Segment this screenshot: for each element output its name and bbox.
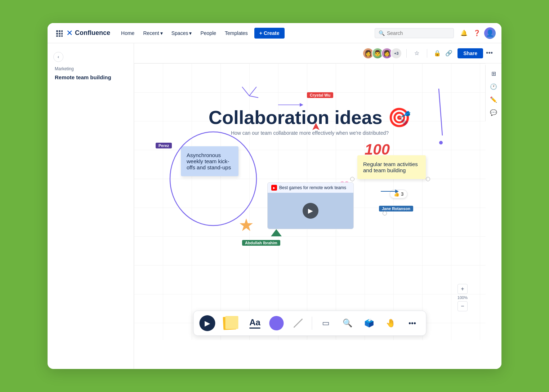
search-icon: 🔍 [379, 30, 385, 36]
page-topbar: 👩 👨 👩 +3 ☆ 🔒 🔗 Share ••• [134, 43, 501, 63]
star-shape: ★ [238, 215, 254, 235]
cursor-label-abdullah: Abdullah Ibrahim [242, 240, 280, 246]
zoom-level: 100% [458, 295, 468, 300]
more-options-button[interactable]: ••• [485, 49, 494, 57]
reaction-bubble[interactable]: 👍 3 [390, 190, 407, 199]
svg-rect-0 [56, 30, 58, 32]
table-icon[interactable]: ⊞ [488, 68, 499, 79]
cursor-label-crystal: Crystal Wu [307, 92, 333, 98]
cursor-tool-button[interactable]: ▶ [198, 314, 217, 333]
svg-rect-4 [56, 35, 58, 37]
user-avatar[interactable]: 👤 [484, 27, 496, 39]
confluence-logo-icon: ✕ [66, 28, 73, 38]
lock-icon[interactable]: 🔒 [432, 48, 443, 59]
toolbar-divider [312, 317, 312, 330]
line-tool-button[interactable] [289, 314, 308, 333]
svg-rect-8 [61, 35, 63, 37]
nav-spaces[interactable]: Spaces ▾ [168, 28, 196, 38]
svg-rect-3 [59, 33, 61, 35]
collaborator-avatars: 👩 👨 👩 +3 [362, 48, 402, 59]
sidebar-page-title: Remote team building [48, 73, 134, 82]
rectangle-tool-button[interactable]: ▭ [317, 314, 335, 333]
collab-avatar-count: +3 [390, 48, 402, 59]
chevron-down-icon: ▾ [189, 30, 192, 36]
svg-rect-1 [59, 30, 61, 32]
share-button[interactable]: Share [458, 48, 483, 58]
nav-recent[interactable]: Recent ▾ [139, 28, 166, 38]
hand-tool-icon: 🤚 [386, 318, 396, 328]
bottom-toolbar: ▶ Aa [193, 311, 427, 336]
sidebar: ‹ Marketing Remote team building [48, 43, 134, 369]
svg-rect-7 [61, 33, 63, 35]
thumbs-up-icon: 👍 [394, 191, 400, 197]
svg-rect-6 [61, 30, 63, 32]
more-icon: ••• [409, 319, 416, 328]
sticky-note-async[interactable]: Asynchronous weekly team kick-offs and s… [181, 146, 238, 176]
stamp-tool-button[interactable]: 🗳️ [360, 314, 379, 333]
nav-icons: 🔔 ❓ 👤 [458, 27, 496, 39]
history-icon[interactable]: 🕐 [488, 81, 499, 92]
chevron-down-icon: ▾ [160, 30, 163, 36]
link-icon[interactable]: 🔗 [443, 48, 455, 59]
line-tool-icon [290, 315, 306, 331]
cursor-label-perez: Perez [156, 143, 172, 148]
dot-circle-3 [383, 211, 387, 215]
confluence-logo[interactable]: ✕ Confluence [66, 28, 110, 38]
create-button[interactable]: + Create [254, 28, 285, 39]
rectangle-tool-icon: ▭ [322, 318, 330, 328]
search-container: 🔍 [375, 28, 454, 38]
canvas-subtitle: How can our team collaborate more effect… [231, 130, 389, 136]
hand-tool-button[interactable]: 🤚 [381, 314, 400, 333]
zoom-controls: + 100% − [458, 284, 468, 311]
dot-circle-2 [426, 177, 430, 181]
search-input[interactable] [387, 30, 450, 36]
svg-rect-5 [59, 35, 61, 37]
play-button-icon[interactable]: ▶ [303, 203, 318, 219]
nav-people[interactable]: People [197, 28, 220, 38]
cursor-label-jane: Jane Rotanson [379, 206, 413, 211]
right-tools-panel: ⊞ 🕐 ✏️ 💬 [485, 65, 501, 121]
svg-rect-2 [56, 33, 58, 35]
lasso-tool-icon: 🔍 [343, 318, 352, 328]
main-canvas: 👩 👨 👩 +3 ☆ 🔒 🔗 Share ••• [134, 43, 501, 369]
shape-tool-button[interactable] [267, 314, 286, 333]
nav-home[interactable]: Home [117, 28, 138, 38]
confluence-logo-text: Confluence [75, 29, 110, 37]
zoom-in-button[interactable]: + [458, 284, 468, 294]
text-tool-button[interactable]: Aa [246, 314, 264, 333]
notifications-icon[interactable]: 🔔 [458, 27, 470, 39]
video-title-bar: Best games for remote work teams [268, 183, 353, 193]
toolbar-more-button[interactable]: ••• [403, 314, 422, 333]
canvas-title: Collaboration ideas 🎯 [209, 107, 411, 129]
stamp-tool-icon: 🗳️ [364, 318, 374, 328]
sidebar-collapse-button[interactable]: ‹ [53, 52, 63, 62]
video-player[interactable]: ▶ [268, 193, 353, 229]
draw-icon[interactable]: ✏️ [488, 94, 499, 105]
content-area: ‹ Marketing Remote team building 👩 👨 👩 [48, 43, 501, 369]
zoom-out-button[interactable]: − [458, 301, 468, 311]
youtube-icon [271, 185, 277, 191]
whiteboard-canvas[interactable]: Collaboration ideas 🎯 How can our team c… [134, 63, 486, 340]
topbar-divider [406, 49, 407, 58]
chat-icon[interactable]: 💬 [488, 107, 499, 118]
sticky-note-regular[interactable]: Regular team activities and team buildin… [357, 155, 426, 179]
lasso-tool-button[interactable]: 🔍 [338, 314, 357, 333]
sticky-note-tool-button[interactable] [220, 314, 243, 333]
app-window: ✕ Confluence Home Recent ▾ Spaces ▾ Peop… [48, 23, 501, 369]
nav-templates[interactable]: Templates [221, 28, 251, 38]
topbar-divider-2 [427, 49, 427, 58]
play-icon: ▶ [200, 315, 215, 331]
help-icon[interactable]: ❓ [471, 27, 483, 39]
grid-menu-icon[interactable] [53, 27, 65, 39]
shape-tool-icon [269, 316, 284, 330]
dot-circle-1 [350, 177, 354, 181]
text-tool-icon: Aa [249, 318, 260, 329]
star-icon[interactable]: ☆ [411, 48, 423, 59]
navbar: ✕ Confluence Home Recent ▾ Spaces ▾ Peop… [48, 23, 501, 43]
video-embed[interactable]: Best games for remote work teams ▶ [267, 182, 354, 229]
svg-line-22 [294, 319, 303, 328]
sidebar-breadcrumb: Marketing [48, 65, 134, 73]
